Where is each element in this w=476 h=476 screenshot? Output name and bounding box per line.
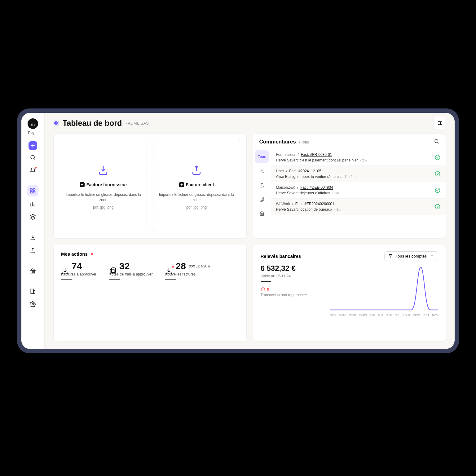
- screen: Reg…: [21, 113, 455, 349]
- company-name: ACME SAS: [126, 121, 149, 126]
- download-icon: [165, 267, 172, 274]
- check-circle-icon[interactable]: [434, 171, 441, 177]
- comments-card: Commentaires / Tous Tous: [253, 133, 446, 239]
- dashboard-icon[interactable]: [27, 185, 38, 196]
- copy-icon: [109, 267, 116, 274]
- comments-tab-outbox[interactable]: [255, 179, 269, 191]
- upload-supplier-label: Facture fournisseur: [86, 182, 127, 187]
- comments-list: Fournisseur / Fact. #FR-0030-01 Hervé Sa…: [271, 149, 446, 238]
- comment-item[interactable]: Fournisseur / Fact. #FR-0030-01 Hervé Sa…: [271, 149, 446, 165]
- balance-chart: DEC JANV FÉVR MARS AVR MAI JUIN JUL AOÛT…: [330, 264, 439, 335]
- upload-customer-invoice[interactable]: ＋ Facture client Importez le fichier ou …: [153, 140, 240, 232]
- balance-amount: 6 532,32 €: [261, 264, 323, 273]
- chart-x-axis: DEC JANV FÉVR MARS AVR MAI JUIN JUL AOÛT…: [330, 314, 439, 317]
- upload-customer-label: Facture client: [186, 182, 214, 187]
- sidebar: Reg…: [21, 113, 45, 349]
- svg-point-15: [435, 139, 438, 143]
- account-selector[interactable]: Tous les comptes: [384, 251, 438, 261]
- svg-rect-11: [57, 124, 58, 125]
- page-title: Tableau de bord: [63, 119, 122, 128]
- svg-point-7: [32, 304, 34, 305]
- svg-rect-23: [110, 269, 114, 274]
- svg-rect-22: [112, 268, 116, 272]
- check-circle-icon[interactable]: [434, 204, 441, 210]
- upload-card: ＋ Facture fournisseur Importez le fichie…: [53, 133, 247, 239]
- comments-tabs: Tous: [253, 149, 271, 238]
- upload-customer-formats: pdf, jpg, png: [186, 205, 207, 209]
- alert-circle-icon: [261, 287, 265, 292]
- svg-rect-9: [57, 121, 58, 122]
- stat-new-invoices[interactable]: 28 soit 12 030 € Nouvelles factures: [165, 261, 210, 280]
- main: Tableau de bord ACME SAS ＋: [45, 113, 455, 349]
- svg-rect-1: [31, 189, 33, 191]
- svg-rect-3: [31, 192, 33, 193]
- svg-point-20: [435, 188, 440, 193]
- unreconciled-label: Transaction non rapprochée: [261, 293, 323, 297]
- svg-point-18: [435, 155, 440, 160]
- svg-point-14: [439, 124, 440, 125]
- svg-rect-8: [54, 121, 55, 122]
- svg-rect-16: [261, 197, 264, 201]
- company-icon[interactable]: [27, 286, 38, 297]
- bank-icon[interactable]: [27, 265, 38, 276]
- download-icon: [97, 164, 109, 178]
- app-logo[interactable]: [28, 118, 38, 129]
- svg-rect-17: [260, 198, 263, 201]
- comments-tab-all[interactable]: Tous: [255, 150, 269, 163]
- comments-title: Commentaires: [259, 139, 296, 145]
- content-grid: ＋ Facture fournisseur Importez le fichie…: [45, 133, 455, 349]
- plus-square-icon: ＋: [80, 182, 85, 187]
- svg-point-0: [31, 155, 34, 159]
- balance-date: Solde au 26/11/24: [261, 274, 323, 278]
- comments-scope: / Tous: [299, 140, 309, 144]
- svg-rect-6: [33, 291, 35, 294]
- device-frame: Reg…: [17, 108, 459, 353]
- comments-tab-inbox[interactable]: [255, 165, 269, 177]
- comment-item[interactable]: Uber / Fact. #2024_12_05 Alice Bastigne:…: [271, 165, 446, 182]
- check-circle-icon[interactable]: [434, 154, 441, 161]
- layers-icon[interactable]: [27, 211, 38, 223]
- svg-rect-10: [54, 124, 55, 125]
- gear-icon[interactable]: [27, 299, 38, 310]
- analytics-icon[interactable]: [27, 198, 38, 209]
- svg-point-12: [439, 121, 439, 122]
- svg-point-13: [440, 123, 441, 124]
- download-icon: [61, 267, 68, 274]
- alert-dot-icon: [91, 253, 93, 255]
- chevron-down-icon: [430, 254, 434, 258]
- svg-rect-4: [33, 192, 35, 193]
- actions-card: Mes actions 74 Factures à approuver: [53, 245, 247, 342]
- svg-point-21: [435, 205, 440, 209]
- comment-item[interactable]: WeWork / Fact. #FR20240200001 Hervé Sava…: [271, 198, 446, 215]
- bank-card: Relevés bancaires Tous les comptes 6 532…: [253, 245, 446, 342]
- stat-invoices-approve[interactable]: 74 Factures à approuver: [61, 261, 96, 280]
- actions-title: Mes actions: [61, 251, 88, 257]
- topbar: Tableau de bord ACME SAS: [45, 113, 455, 133]
- funnel-icon: [388, 254, 393, 258]
- unreconciled-warning[interactable]: 0: [261, 287, 323, 292]
- inbox-icon[interactable]: [27, 232, 38, 243]
- dashboard-grid-icon: [53, 120, 59, 126]
- svg-point-19: [435, 172, 440, 176]
- comments-search-icon[interactable]: [434, 139, 439, 145]
- outbox-icon[interactable]: [27, 245, 38, 256]
- check-circle-icon[interactable]: [434, 187, 441, 193]
- stat-expense-approve[interactable]: 32 Notes de frais à approuver: [109, 261, 152, 280]
- upload-customer-hint: Importez le fichier ou glissez-déposez d…: [157, 192, 236, 203]
- username[interactable]: Reg…: [28, 131, 37, 134]
- comment-item[interactable]: MaisonZ&K / Fact. #DEE-004834 Hervé Sava…: [271, 182, 446, 198]
- plus-square-icon: ＋: [179, 182, 184, 187]
- upload-icon: [190, 164, 203, 178]
- filter-button[interactable]: [434, 117, 446, 129]
- upload-supplier-formats: pdf, jpg, png: [93, 205, 113, 209]
- upload-supplier-invoice[interactable]: ＋ Facture fournisseur Importez le fichie…: [60, 140, 147, 232]
- plus-icon[interactable]: [29, 141, 37, 150]
- upload-supplier-hint: Importez le fichier ou glissez-déposez d…: [64, 192, 143, 203]
- bell-icon[interactable]: [27, 165, 38, 176]
- bank-title: Relevés bancaires: [261, 253, 301, 259]
- search-icon[interactable]: [27, 152, 38, 163]
- comments-tab-notes[interactable]: [255, 193, 269, 205]
- svg-rect-2: [33, 189, 35, 191]
- comments-tab-bank[interactable]: [255, 207, 269, 220]
- svg-point-25: [262, 289, 263, 289]
